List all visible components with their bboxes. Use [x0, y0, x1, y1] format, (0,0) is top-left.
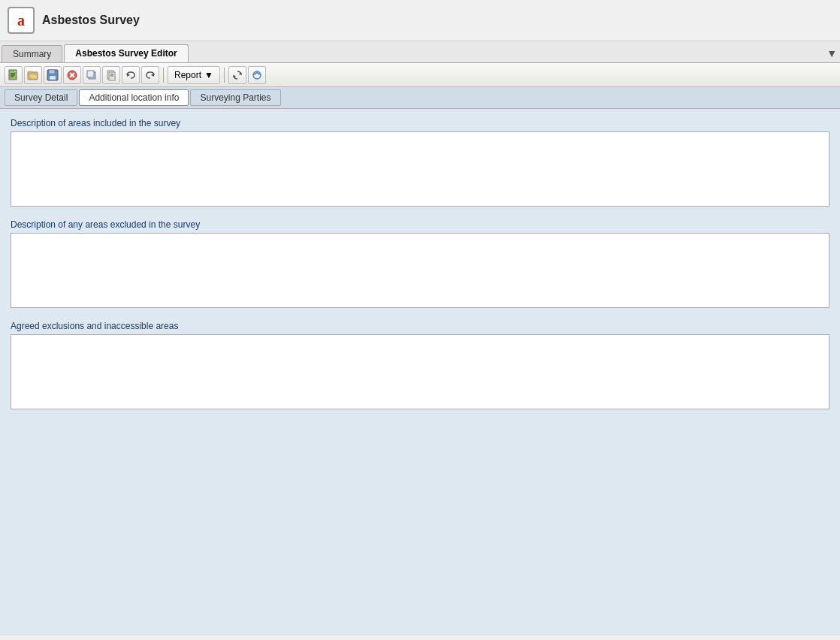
textarea-areas-excluded[interactable] [11, 233, 829, 308]
reload-button[interactable] [248, 66, 266, 84]
textarea-wrapper-areas-included [11, 131, 829, 209]
label-areas-excluded: Description of any areas excluded in the… [11, 219, 829, 230]
textarea-areas-included[interactable] [11, 131, 829, 207]
svg-rect-8 [49, 70, 55, 74]
textarea-wrapper-agreed-exclusions [11, 334, 829, 412]
open-button[interactable] [24, 66, 42, 84]
field-group-agreed-exclusions: Agreed exclusions and inaccessible areas [11, 321, 829, 412]
field-group-areas-included: Description of areas included in the sur… [11, 118, 829, 209]
app-title: Asbestos Survey [42, 14, 140, 27]
textarea-agreed-exclusions[interactable] [11, 334, 829, 409]
redo-button[interactable] [141, 66, 159, 84]
toolbar-separator-1 [163, 68, 164, 83]
label-agreed-exclusions: Agreed exclusions and inaccessible areas [11, 321, 829, 331]
title-bar: a Asbestos Survey [0, 0, 840, 41]
undo-button[interactable] [122, 66, 140, 84]
tab-bar: Summary Asbestos Survey Editor ▼ [0, 41, 840, 63]
label-areas-included: Description of areas included in the sur… [11, 118, 829, 128]
cancel-button[interactable] [63, 66, 81, 84]
subtab-survey-detail[interactable]: Survey Detail [5, 89, 77, 106]
new-button[interactable] [5, 66, 23, 84]
subtab-bar: Survey Detail Additional location info S… [0, 87, 840, 109]
toolbar: Report ▼ [0, 63, 840, 87]
svg-marker-19 [127, 73, 130, 77]
save-button[interactable] [44, 66, 62, 84]
app-icon: a [8, 7, 35, 34]
main-content: Description of areas included in the sur… [0, 109, 840, 635]
subtab-surveying-parties[interactable]: Surveying Parties [190, 89, 280, 106]
tab-dropdown-arrow[interactable]: ▼ [826, 47, 837, 59]
tab-editor[interactable]: Asbestos Survey Editor [64, 44, 188, 62]
svg-rect-9 [50, 76, 56, 80]
refresh-button[interactable] [228, 66, 246, 84]
copy-button[interactable] [102, 66, 120, 84]
clone-button[interactable] [83, 66, 101, 84]
tab-summary[interactable]: Summary [2, 45, 62, 62]
textarea-wrapper-areas-excluded [11, 233, 829, 310]
toolbar-separator-2 [224, 68, 225, 83]
field-group-areas-excluded: Description of any areas excluded in the… [11, 219, 829, 310]
svg-marker-20 [151, 73, 154, 77]
svg-rect-14 [87, 71, 94, 77]
subtab-additional-location[interactable]: Additional location info [79, 89, 189, 106]
report-button[interactable]: Report ▼ [168, 66, 220, 84]
svg-rect-6 [28, 71, 32, 73]
